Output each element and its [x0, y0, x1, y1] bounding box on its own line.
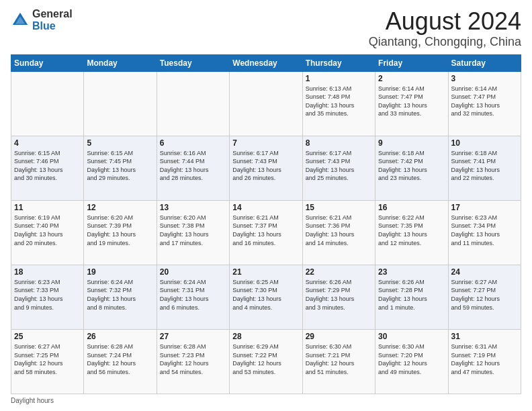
day-number: 2 — [378, 74, 445, 83]
day-info: Sunrise: 6:13 AM Sunset: 7:48 PM Dayligh… — [306, 85, 372, 118]
week-row-1: 1Sunrise: 6:13 AM Sunset: 7:48 PM Daylig… — [11, 71, 521, 136]
calendar-cell: 24Sunrise: 6:27 AM Sunset: 7:27 PM Dayli… — [448, 265, 521, 329]
day-number: 13 — [160, 203, 226, 212]
day-info: Sunrise: 6:29 AM Sunset: 7:22 PM Dayligh… — [232, 342, 299, 376]
header-day-friday: Friday — [375, 54, 448, 71]
day-info: Sunrise: 6:15 AM Sunset: 7:45 PM Dayligh… — [87, 149, 153, 183]
header-day-thursday: Thursday — [302, 54, 375, 71]
day-number: 31 — [451, 332, 518, 341]
logo-icon — [11, 11, 30, 30]
calendar-table: SundayMondayTuesdayWednesdayThursdayFrid… — [11, 54, 521, 394]
calendar-cell: 13Sunrise: 6:20 AM Sunset: 7:38 PM Dayli… — [157, 200, 229, 265]
day-info: Sunrise: 6:19 AM Sunset: 7:40 PM Dayligh… — [14, 214, 81, 247]
subtitle: Qiantang, Chongqing, China — [369, 35, 521, 49]
calendar-cell: 27Sunrise: 6:28 AM Sunset: 7:23 PM Dayli… — [157, 329, 229, 394]
day-info: Sunrise: 6:15 AM Sunset: 7:46 PM Dayligh… — [14, 149, 81, 183]
day-info: Sunrise: 6:27 AM Sunset: 7:27 PM Dayligh… — [451, 278, 518, 312]
header-day-wednesday: Wednesday — [230, 54, 302, 71]
calendar-cell: 21Sunrise: 6:25 AM Sunset: 7:30 PM Dayli… — [230, 265, 302, 329]
day-number: 26 — [87, 332, 153, 341]
week-row-5: 25Sunrise: 6:27 AM Sunset: 7:25 PM Dayli… — [11, 329, 521, 394]
day-info: Sunrise: 6:26 AM Sunset: 7:29 PM Dayligh… — [306, 278, 372, 312]
day-info: Sunrise: 6:18 AM Sunset: 7:41 PM Dayligh… — [451, 149, 518, 183]
calendar-cell: 16Sunrise: 6:22 AM Sunset: 7:35 PM Dayli… — [375, 200, 448, 265]
day-number: 24 — [451, 267, 518, 277]
logo-general: General — [32, 8, 73, 20]
footer: Daylight hours — [11, 397, 521, 404]
calendar-cell: 15Sunrise: 6:21 AM Sunset: 7:36 PM Dayli… — [302, 200, 375, 265]
day-info: Sunrise: 6:20 AM Sunset: 7:39 PM Dayligh… — [87, 214, 153, 247]
day-number: 17 — [451, 203, 518, 212]
header-day-sunday: Sunday — [11, 54, 84, 71]
day-number: 30 — [378, 332, 445, 341]
header: General Blue August 2024 Qiantang, Chong… — [11, 8, 521, 49]
day-number: 23 — [378, 267, 445, 277]
day-number: 14 — [232, 203, 299, 212]
day-info: Sunrise: 6:23 AM Sunset: 7:33 PM Dayligh… — [14, 278, 81, 312]
calendar-cell: 19Sunrise: 6:24 AM Sunset: 7:32 PM Dayli… — [84, 265, 157, 329]
calendar-cell: 14Sunrise: 6:21 AM Sunset: 7:37 PM Dayli… — [230, 200, 302, 265]
day-number: 7 — [232, 138, 299, 148]
calendar-cell: 18Sunrise: 6:23 AM Sunset: 7:33 PM Dayli… — [11, 265, 84, 329]
calendar-cell: 3Sunrise: 6:14 AM Sunset: 7:47 PM Daylig… — [448, 71, 521, 136]
day-info: Sunrise: 6:17 AM Sunset: 7:43 PM Dayligh… — [232, 149, 299, 183]
day-info: Sunrise: 6:23 AM Sunset: 7:34 PM Dayligh… — [451, 214, 518, 247]
calendar-cell: 4Sunrise: 6:15 AM Sunset: 7:46 PM Daylig… — [11, 136, 84, 200]
day-number: 16 — [378, 203, 445, 212]
header-day-monday: Monday — [84, 54, 157, 71]
calendar-cell: 11Sunrise: 6:19 AM Sunset: 7:40 PM Dayli… — [11, 200, 84, 265]
main-title: August 2024 — [369, 8, 521, 35]
logo-text: General Blue — [32, 8, 73, 32]
day-number: 5 — [87, 138, 153, 148]
day-info: Sunrise: 6:17 AM Sunset: 7:43 PM Dayligh… — [306, 149, 372, 183]
calendar-cell: 30Sunrise: 6:30 AM Sunset: 7:20 PM Dayli… — [375, 329, 448, 394]
header-day-tuesday: Tuesday — [157, 54, 229, 71]
calendar-cell: 25Sunrise: 6:27 AM Sunset: 7:25 PM Dayli… — [11, 329, 84, 394]
day-info: Sunrise: 6:21 AM Sunset: 7:37 PM Dayligh… — [232, 214, 299, 247]
calendar-cell: 10Sunrise: 6:18 AM Sunset: 7:41 PM Dayli… — [448, 136, 521, 200]
day-number: 1 — [306, 74, 372, 83]
calendar-cell — [230, 71, 302, 136]
calendar-cell: 12Sunrise: 6:20 AM Sunset: 7:39 PM Dayli… — [84, 200, 157, 265]
week-row-4: 18Sunrise: 6:23 AM Sunset: 7:33 PM Dayli… — [11, 265, 521, 329]
header-day-saturday: Saturday — [448, 54, 521, 71]
calendar-cell: 20Sunrise: 6:24 AM Sunset: 7:31 PM Dayli… — [157, 265, 229, 329]
day-info: Sunrise: 6:21 AM Sunset: 7:36 PM Dayligh… — [306, 214, 372, 247]
day-info: Sunrise: 6:14 AM Sunset: 7:47 PM Dayligh… — [451, 85, 518, 118]
page: General Blue August 2024 Qiantang, Chong… — [0, 0, 532, 411]
day-number: 21 — [232, 267, 299, 277]
day-number: 9 — [378, 138, 445, 148]
day-number: 20 — [160, 267, 226, 277]
day-number: 12 — [87, 203, 153, 212]
day-info: Sunrise: 6:14 AM Sunset: 7:47 PM Dayligh… — [378, 85, 445, 118]
day-number: 11 — [14, 203, 81, 212]
calendar-cell — [11, 71, 84, 136]
calendar-cell: 31Sunrise: 6:31 AM Sunset: 7:19 PM Dayli… — [448, 329, 521, 394]
day-number: 22 — [306, 267, 372, 277]
calendar-cell: 1Sunrise: 6:13 AM Sunset: 7:48 PM Daylig… — [302, 71, 375, 136]
day-number: 8 — [306, 138, 372, 148]
day-info: Sunrise: 6:24 AM Sunset: 7:31 PM Dayligh… — [160, 278, 226, 312]
calendar-cell: 28Sunrise: 6:29 AM Sunset: 7:22 PM Dayli… — [230, 329, 302, 394]
calendar-cell: 29Sunrise: 6:30 AM Sunset: 7:21 PM Dayli… — [302, 329, 375, 394]
calendar-cell: 22Sunrise: 6:26 AM Sunset: 7:29 PM Dayli… — [302, 265, 375, 329]
day-info: Sunrise: 6:16 AM Sunset: 7:44 PM Dayligh… — [160, 149, 226, 183]
calendar-header-row: SundayMondayTuesdayWednesdayThursdayFrid… — [11, 54, 521, 71]
day-number: 10 — [451, 138, 518, 148]
day-info: Sunrise: 6:20 AM Sunset: 7:38 PM Dayligh… — [160, 214, 226, 247]
calendar-cell: 2Sunrise: 6:14 AM Sunset: 7:47 PM Daylig… — [375, 71, 448, 136]
calendar-cell: 9Sunrise: 6:18 AM Sunset: 7:42 PM Daylig… — [375, 136, 448, 200]
day-number: 18 — [14, 267, 81, 277]
day-info: Sunrise: 6:26 AM Sunset: 7:28 PM Dayligh… — [378, 278, 445, 312]
day-info: Sunrise: 6:28 AM Sunset: 7:23 PM Dayligh… — [160, 342, 226, 376]
day-info: Sunrise: 6:30 AM Sunset: 7:21 PM Dayligh… — [306, 342, 372, 376]
footer-label: Daylight hours — [11, 397, 54, 404]
calendar-cell: 17Sunrise: 6:23 AM Sunset: 7:34 PM Dayli… — [448, 200, 521, 265]
calendar-cell: 23Sunrise: 6:26 AM Sunset: 7:28 PM Dayli… — [375, 265, 448, 329]
logo-blue: Blue — [32, 20, 73, 32]
calendar-cell: 26Sunrise: 6:28 AM Sunset: 7:24 PM Dayli… — [84, 329, 157, 394]
calendar-cell: 8Sunrise: 6:17 AM Sunset: 7:43 PM Daylig… — [302, 136, 375, 200]
calendar-cell: 6Sunrise: 6:16 AM Sunset: 7:44 PM Daylig… — [157, 136, 229, 200]
day-number: 27 — [160, 332, 226, 341]
day-number: 6 — [160, 138, 226, 148]
